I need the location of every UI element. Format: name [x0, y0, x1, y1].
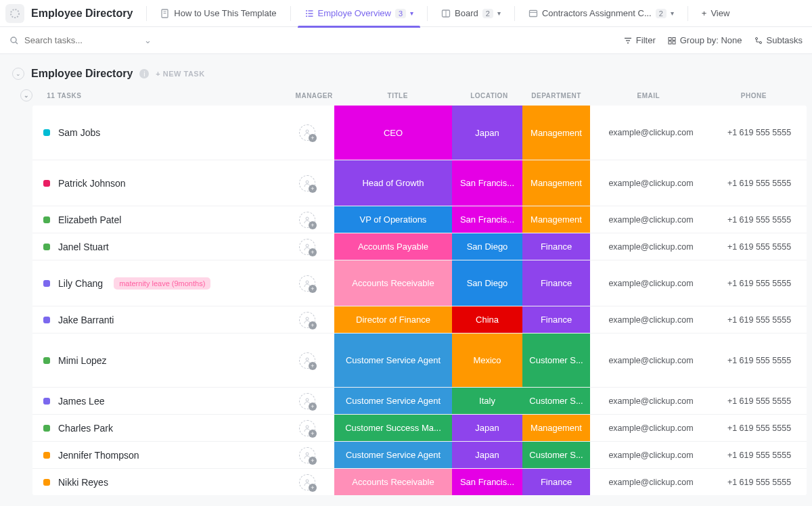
name-cell[interactable]: James Lee	[32, 388, 280, 414]
assign-manager-icon[interactable]	[299, 312, 315, 328]
table-row[interactable]: Sam JobsCEOJapanManagementexample@clicku…	[32, 106, 807, 160]
phone-cell[interactable]: +1 619 555 5555	[712, 306, 807, 333]
title-cell[interactable]: Customer Service Agent	[334, 442, 452, 468]
location-cell[interactable]: San Francis...	[452, 469, 522, 495]
tab-how-to-use[interactable]: How to Use This Template	[154, 0, 283, 27]
name-cell[interactable]: Jennifer Thompson	[32, 442, 280, 468]
name-cell[interactable]: Patrick Johnson	[32, 160, 280, 206]
location-cell[interactable]: Japan	[452, 106, 522, 160]
manager-cell[interactable]	[280, 442, 334, 468]
phone-cell[interactable]: +1 619 555 5555	[712, 260, 807, 306]
location-cell[interactable]: San Francis...	[452, 160, 522, 206]
name-cell[interactable]: Elizabeth Patel	[32, 206, 280, 233]
department-cell[interactable]: Management	[522, 160, 590, 206]
search-input[interactable]	[24, 35, 119, 45]
add-view-button[interactable]: + View	[695, 8, 737, 18]
location-cell[interactable]: San Francis...	[452, 206, 522, 233]
manager-cell[interactable]	[280, 415, 334, 441]
email-cell[interactable]: example@clickup.com	[590, 233, 712, 260]
column-title[interactable]: TITLE	[340, 92, 455, 99]
name-cell[interactable]: Charles Park	[32, 415, 280, 441]
department-cell[interactable]: Finance	[522, 260, 590, 306]
location-cell[interactable]: Japan	[452, 442, 522, 468]
table-row[interactable]: Patrick JohnsonHead of GrowthSan Francis…	[32, 160, 807, 206]
assign-manager-icon[interactable]	[299, 393, 315, 409]
email-cell[interactable]: example@clickup.com	[590, 106, 712, 160]
phone-cell[interactable]: +1 619 555 5555	[712, 160, 807, 206]
email-cell[interactable]: example@clickup.com	[590, 206, 712, 233]
phone-cell[interactable]: +1 619 555 5555	[712, 206, 807, 233]
table-row[interactable]: Mimi LopezCustomer Service AgentMexicoCu…	[32, 333, 807, 387]
department-cell[interactable]: Customer S...	[522, 442, 590, 468]
tag-pill[interactable]: maternity leave (9months)	[114, 277, 210, 290]
status-dot[interactable]	[43, 244, 50, 250]
department-cell[interactable]: Customer S...	[522, 388, 590, 414]
phone-cell[interactable]: +1 619 555 5555	[712, 388, 807, 414]
status-dot[interactable]	[43, 216, 50, 223]
department-cell[interactable]: Finance	[522, 306, 590, 333]
assign-manager-icon[interactable]	[299, 352, 315, 369]
location-cell[interactable]: Japan	[452, 415, 522, 441]
table-row[interactable]: James LeeCustomer Service AgentItalyCust…	[32, 387, 807, 414]
department-cell[interactable]: Finance	[522, 469, 590, 495]
phone-cell[interactable]: +1 619 555 5555	[712, 442, 807, 468]
tab-employee-overview[interactable]: Employe Overview 3 ▾	[298, 0, 421, 27]
location-cell[interactable]: San Diego	[452, 260, 522, 306]
email-cell[interactable]: example@clickup.com	[590, 160, 712, 206]
email-cell[interactable]: example@clickup.com	[590, 260, 712, 306]
manager-cell[interactable]	[280, 306, 334, 333]
status-dot[interactable]	[43, 357, 50, 364]
name-cell[interactable]: Sam Jobs	[32, 106, 280, 160]
name-cell[interactable]: Janel Stuart	[32, 233, 280, 260]
status-dot[interactable]	[43, 398, 50, 405]
assign-manager-icon[interactable]	[299, 420, 315, 436]
manager-cell[interactable]	[280, 260, 334, 306]
title-cell[interactable]: Accounts Payable	[334, 233, 452, 260]
groupby-button[interactable]: Group by: None	[668, 35, 742, 45]
new-task-button[interactable]: + NEW TASK	[156, 70, 204, 78]
phone-cell[interactable]: +1 619 555 5555	[712, 334, 807, 387]
manager-cell[interactable]	[280, 160, 334, 206]
assign-manager-icon[interactable]	[299, 175, 315, 191]
title-cell[interactable]: Customer Success Ma...	[334, 415, 452, 441]
title-cell[interactable]: Director of Finance	[334, 306, 452, 333]
email-cell[interactable]: example@clickup.com	[590, 415, 712, 441]
assign-manager-icon[interactable]	[299, 447, 315, 463]
email-cell[interactable]: example@clickup.com	[590, 388, 712, 414]
status-dot[interactable]	[43, 129, 50, 136]
table-row[interactable]: Nikki ReyesAccounts ReceivableSan Franci…	[32, 468, 807, 495]
expand-all-toggle[interactable]: ⌄	[20, 89, 32, 101]
assign-manager-icon[interactable]	[299, 239, 315, 255]
email-cell[interactable]: example@clickup.com	[590, 334, 712, 387]
location-cell[interactable]: San Diego	[452, 233, 522, 260]
status-dot[interactable]	[43, 280, 50, 287]
table-row[interactable]: Janel StuartAccounts PayableSan DiegoFin…	[32, 233, 807, 260]
manager-cell[interactable]	[280, 206, 334, 233]
assign-manager-icon[interactable]	[299, 474, 315, 490]
status-dot[interactable]	[43, 479, 50, 486]
location-cell[interactable]: Italy	[452, 388, 522, 414]
table-row[interactable]: Jake BarrantiDirector of FinanceChinaFin…	[32, 306, 807, 333]
phone-cell[interactable]: +1 619 555 5555	[712, 415, 807, 441]
manager-cell[interactable]	[280, 233, 334, 260]
status-dot[interactable]	[43, 180, 50, 187]
column-email[interactable]: EMAIL	[589, 92, 708, 99]
title-cell[interactable]: CEO	[334, 106, 452, 160]
location-cell[interactable]: Mexico	[452, 334, 522, 387]
title-cell[interactable]: VP of Operations	[334, 206, 452, 233]
title-cell[interactable]: Accounts Receivable	[334, 469, 452, 495]
assign-manager-icon[interactable]	[299, 212, 315, 228]
department-cell[interactable]: Finance	[522, 233, 590, 260]
email-cell[interactable]: example@clickup.com	[590, 442, 712, 468]
column-manager[interactable]: MANAGER	[288, 92, 340, 99]
phone-cell[interactable]: +1 619 555 5555	[712, 469, 807, 495]
phone-cell[interactable]: +1 619 555 5555	[712, 106, 807, 160]
title-cell[interactable]: Customer Service Agent	[334, 334, 452, 387]
status-dot[interactable]	[43, 317, 50, 323]
location-cell[interactable]: China	[452, 306, 522, 333]
department-cell[interactable]: Management	[522, 106, 590, 160]
assign-manager-icon[interactable]	[299, 275, 315, 292]
email-cell[interactable]: example@clickup.com	[590, 469, 712, 495]
filter-button[interactable]: Filter	[624, 35, 656, 45]
tab-board[interactable]: Board 2 ▾	[434, 0, 508, 27]
